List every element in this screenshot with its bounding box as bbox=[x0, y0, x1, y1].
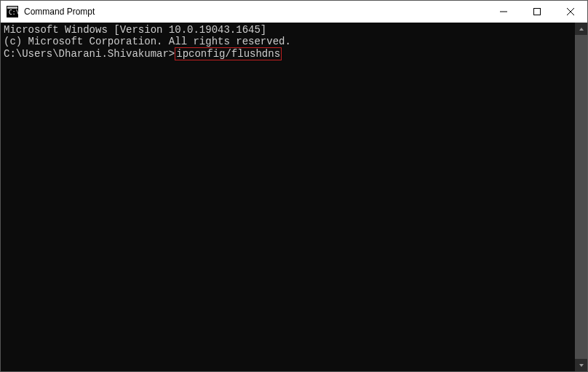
window-controls bbox=[487, 1, 587, 23]
maximize-button[interactable] bbox=[520, 1, 554, 23]
scroll-track[interactable] bbox=[575, 35, 587, 359]
cmd-icon: C:\ bbox=[7, 6, 18, 17]
close-button[interactable] bbox=[554, 1, 587, 23]
svg-rect-1 bbox=[7, 7, 17, 9]
scroll-up-arrow-icon[interactable] bbox=[575, 23, 587, 35]
svg-text:C:\: C:\ bbox=[9, 9, 18, 16]
command-prompt-window: C:\ Command Prompt Micro bbox=[0, 0, 588, 372]
window-title: Command Prompt bbox=[24, 7, 487, 17]
copyright-line: (c) Microsoft Corporation. All rights re… bbox=[4, 36, 575, 47]
command-input[interactable]: ipconfig/flushdns bbox=[175, 47, 282, 60]
prompt: C:\Users\Dharani.Shivakumar> bbox=[4, 48, 175, 60]
titlebar[interactable]: C:\ Command Prompt bbox=[1, 1, 587, 23]
scroll-thumb[interactable] bbox=[575, 35, 587, 359]
svg-rect-4 bbox=[534, 9, 541, 15]
terminal-wrapper: Microsoft Windows [Version 10.0.19043.16… bbox=[1, 23, 587, 371]
vertical-scrollbar[interactable] bbox=[575, 23, 587, 371]
terminal-content[interactable]: Microsoft Windows [Version 10.0.19043.16… bbox=[1, 23, 575, 371]
version-line: Microsoft Windows [Version 10.0.19043.16… bbox=[4, 24, 575, 36]
minimize-button[interactable] bbox=[487, 1, 520, 23]
scroll-down-arrow-icon[interactable] bbox=[575, 359, 587, 371]
